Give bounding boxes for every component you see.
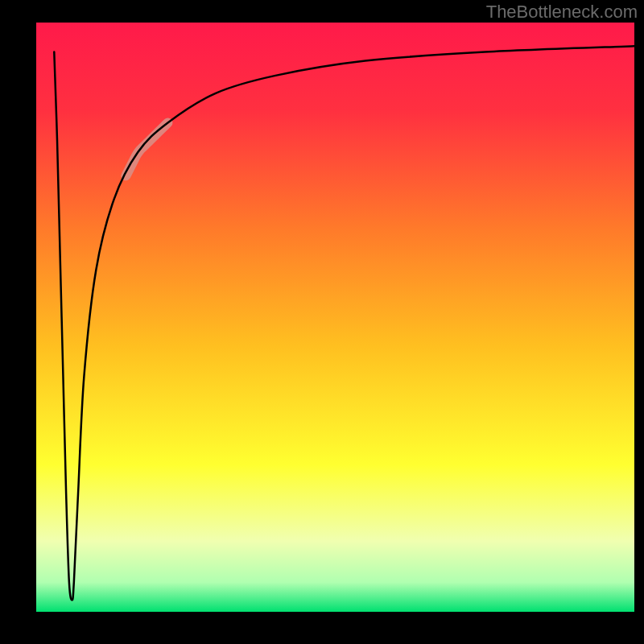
chart-container: TheBottleneck.com (0, 0, 644, 644)
svg-rect-2 (0, 612, 644, 644)
svg-rect-4 (634, 0, 644, 644)
svg-rect-3 (0, 0, 36, 644)
bottleneck-chart (0, 0, 644, 644)
watermark-text: TheBottleneck.com (486, 2, 638, 23)
svg-rect-0 (36, 23, 634, 612)
